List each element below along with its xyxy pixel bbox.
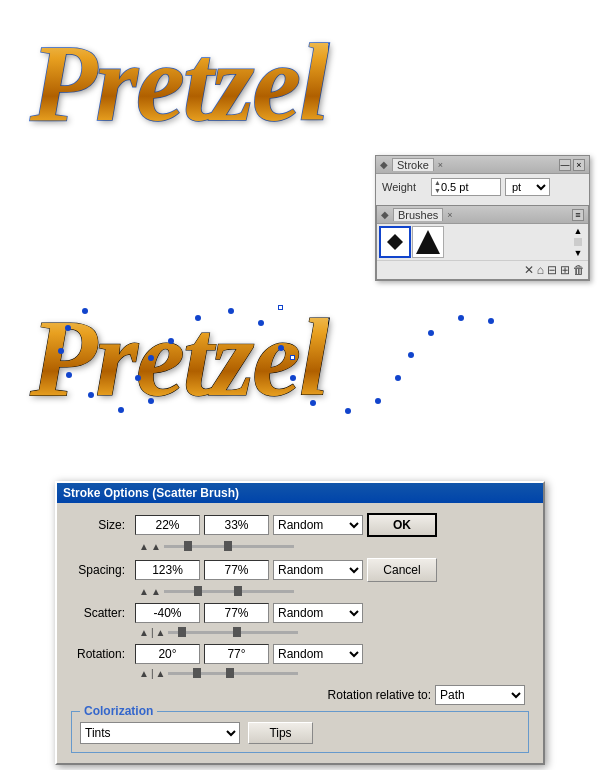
brushes-tab-close[interactable]: ×: [447, 210, 452, 220]
rotation-relative-row: Rotation relative to: Page Path: [71, 685, 529, 705]
anchor-dot: [428, 330, 434, 336]
brush-tool-2[interactable]: ⌂: [537, 263, 544, 277]
rotation-row: Rotation: Random Fixed: [71, 644, 529, 664]
scatter-row: Scatter: Random Fixed: [71, 603, 529, 623]
tints-select[interactable]: Tints None Tints and Shades Hue Shift: [80, 722, 240, 744]
scatter-slider-track[interactable]: [168, 631, 298, 634]
brush-item-1[interactable]: [379, 226, 411, 258]
cancel-button[interactable]: Cancel: [367, 558, 437, 582]
size-min-input[interactable]: [135, 515, 200, 535]
stroke-weight-label: Weight: [382, 181, 427, 193]
scatter-min-input[interactable]: [135, 603, 200, 623]
size-arr-right: ▲: [151, 541, 161, 552]
anchor-dot-sq: [290, 355, 295, 360]
brushes-toolbar: ✕ ⌂ ⊟ ⊞ 🗑: [377, 260, 588, 279]
stroke-options-dialog: Stroke Options (Scatter Brush) Size: Ran…: [55, 481, 545, 765]
anchor-dot: [118, 407, 124, 413]
panel-minimize-btn[interactable]: —: [559, 159, 571, 171]
rotation-relative-select[interactable]: Page Path: [435, 685, 525, 705]
size-slider-thumb[interactable]: [184, 541, 192, 551]
brushes-title-tabs: ◆ Brushes ×: [381, 208, 453, 221]
spacing-mode-select[interactable]: Random Fixed: [273, 560, 363, 580]
spacing-row: Spacing: Random Fixed Cancel: [71, 558, 529, 582]
anchor-dot: [88, 392, 94, 398]
rotation-relative-label: Rotation relative to:: [328, 688, 431, 702]
spacing-slider-thumb2[interactable]: [234, 586, 242, 596]
brush-tool-3[interactable]: ⊟: [547, 263, 557, 277]
spacing-slider-track[interactable]: [164, 590, 294, 593]
rotation-max-input[interactable]: [204, 644, 269, 664]
colorization-row: Tints None Tints and Shades Hue Shift Ti…: [80, 722, 520, 744]
size-slider-arrows: ▲ ▲: [139, 541, 161, 552]
anchor-dot: [458, 315, 464, 321]
anchor-dot: [408, 352, 414, 358]
stroke-tab-close[interactable]: ×: [438, 160, 443, 170]
brushes-scrollbar-up[interactable]: ▲: [570, 226, 586, 236]
panel-close-btn[interactable]: ×: [573, 159, 585, 171]
scatter-mode-select[interactable]: Random Fixed: [273, 603, 363, 623]
anchor-dot: [195, 315, 201, 321]
size-row: Size: Random Fixed Pressure OK: [71, 513, 529, 537]
brush-tool-5[interactable]: 🗑: [573, 263, 585, 277]
spacing-max-input[interactable]: [204, 560, 269, 580]
stroke-weight-input[interactable]: [441, 181, 486, 193]
rot-arr-mid: |: [151, 668, 154, 679]
anchor-dot: [58, 348, 64, 354]
spin-down[interactable]: ▼: [434, 187, 441, 195]
size-slider-thumb2[interactable]: [224, 541, 232, 551]
dialog-body: Size: Random Fixed Pressure OK ▲ ▲ Spaci…: [57, 503, 543, 763]
brushes-tab[interactable]: Brushes: [393, 208, 443, 221]
size-max-input[interactable]: [204, 515, 269, 535]
stroke-tab[interactable]: Stroke: [392, 158, 434, 171]
scatter-label: Scatter:: [71, 606, 131, 620]
colorization-group: Colorization Tints None Tints and Shades…: [71, 711, 529, 753]
brushes-panel-controls: ≡: [572, 209, 584, 221]
anchor-dot: [345, 408, 351, 414]
anchor-dot: [135, 375, 141, 381]
brushes-diamond-icon: ◆: [381, 209, 389, 220]
anchor-dot: [488, 318, 494, 324]
tips-button[interactable]: Tips: [248, 722, 313, 744]
anchor-dot: [375, 398, 381, 404]
size-label: Size:: [71, 518, 131, 532]
sp-arr-right: ▲: [151, 586, 161, 597]
brush-diamond-icon: [385, 232, 405, 252]
anchor-dot: [148, 355, 154, 361]
rotation-min-input[interactable]: [135, 644, 200, 664]
rotation-slider-thumb2[interactable]: [226, 668, 234, 678]
spacing-slider-thumb[interactable]: [194, 586, 202, 596]
rotation-slider-thumb[interactable]: [193, 668, 201, 678]
rotation-label: Rotation:: [71, 647, 131, 661]
scatter-slider-thumb[interactable]: [178, 627, 186, 637]
anchor-dot: [278, 345, 284, 351]
spacing-slider-row: ▲ ▲: [139, 586, 529, 597]
anchor-dot: [290, 375, 296, 381]
anchor-dot: [168, 338, 174, 344]
ok-button[interactable]: OK: [367, 513, 437, 537]
rotation-slider-arrows: ▲ | ▲: [139, 668, 165, 679]
size-mode-select[interactable]: Random Fixed Pressure: [273, 515, 363, 535]
anchor-dot: [82, 308, 88, 314]
rotation-mode-select[interactable]: Random Fixed: [273, 644, 363, 664]
size-slider-track[interactable]: [164, 545, 294, 548]
scatter-slider-thumb2[interactable]: [233, 627, 241, 637]
svg-marker-0: [387, 234, 403, 250]
brush-item-2[interactable]: [412, 226, 444, 258]
spacing-min-input[interactable]: [135, 560, 200, 580]
scatter-max-input[interactable]: [204, 603, 269, 623]
pretzel-bottom: Pretzel: [30, 295, 328, 422]
brush-tool-4[interactable]: ⊞: [560, 263, 570, 277]
sc-arr-right: ▲: [156, 627, 166, 638]
spin-up[interactable]: ▲: [434, 179, 441, 187]
brushes-panel: ◆ Brushes × ≡: [376, 205, 589, 280]
rotation-slider-track[interactable]: [168, 672, 298, 675]
stroke-weight-unit[interactable]: pt px mm: [505, 178, 550, 196]
brush-tool-1[interactable]: ✕: [524, 263, 534, 277]
anchor-dot: [228, 308, 234, 314]
stroke-panel: ◆ Stroke × — × Weight ▲ ▼ pt: [375, 155, 590, 281]
brushes-scrollbar-down[interactable]: ▼: [570, 248, 586, 258]
brushes-menu-btn[interactable]: ≡: [572, 209, 584, 221]
stroke-weight-row: Weight ▲ ▼ pt px mm: [382, 178, 583, 196]
stroke-weight-spinner[interactable]: ▲ ▼: [434, 179, 441, 195]
stroke-weight-input-wrap: ▲ ▼: [431, 178, 501, 196]
